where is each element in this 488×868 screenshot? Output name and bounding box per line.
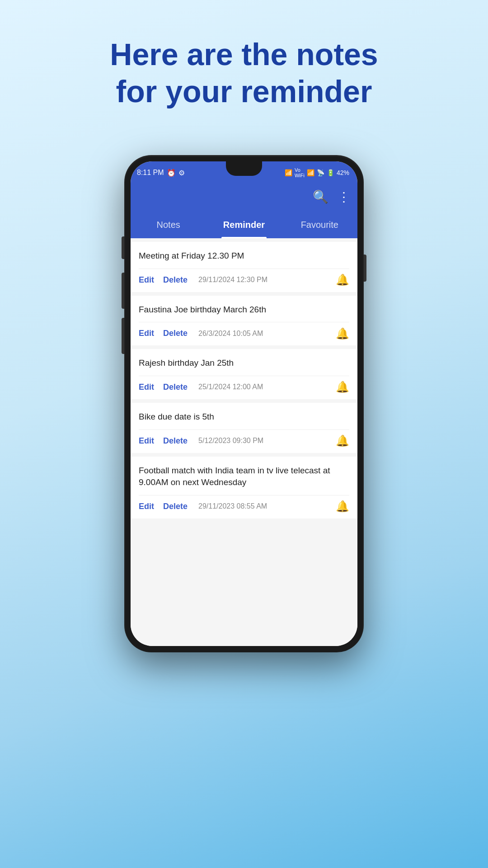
tab-bar: Notes Reminder Favourite	[131, 211, 357, 238]
reminder-title: Rajesh birthday Jan 25th	[139, 357, 349, 369]
volume-silent-button	[122, 236, 124, 259]
battery-icon: 🔋	[327, 169, 334, 176]
reminder-item: Bike due date is 5th Edit Delete 5/12/20…	[131, 403, 357, 453]
battery-percent: 42%	[337, 169, 349, 176]
delete-button[interactable]: Delete	[163, 327, 192, 340]
signal-icon: 📶	[285, 169, 292, 176]
edit-button[interactable]: Edit	[139, 500, 159, 513]
reminder-item: Rajesh birthday Jan 25th Edit Delete 25/…	[131, 349, 357, 399]
reminder-datetime: 29/11/2023 08:55 AM	[198, 502, 336, 510]
phone-mockup: 8:11 PM ⏰ ⚙ 📶 VoWiFi 📶 📡 🔋 42% 🔍 ⋮	[124, 155, 364, 652]
reminder-actions: Edit Delete 29/11/2023 08:55 AM 🔔	[139, 495, 349, 513]
status-time: 8:11 PM	[137, 169, 164, 177]
bell-icon: 🔔	[336, 274, 349, 286]
bell-icon: 🔔	[336, 500, 349, 513]
reminder-title: Bike due date is 5th	[139, 411, 349, 423]
reminder-title: Meeting at Friday 12.30 PM	[139, 250, 349, 262]
phone-notch	[226, 161, 262, 176]
bell-icon: 🔔	[336, 381, 349, 393]
reminder-datetime: 25/1/2024 12:00 AM	[198, 383, 336, 391]
edit-button[interactable]: Edit	[139, 274, 159, 287]
settings-status-icon: ⚙	[178, 169, 185, 177]
tab-favourite[interactable]: Favourite	[282, 211, 357, 238]
volume-up-button	[122, 273, 124, 309]
reminder-item: Football match with India team in tv liv…	[131, 457, 357, 519]
power-button	[364, 255, 366, 282]
wifi-icon: 📡	[317, 169, 324, 176]
tab-reminder[interactable]: Reminder	[206, 211, 282, 238]
reminder-actions: Edit Delete 26/3/2024 10:05 AM 🔔	[139, 322, 349, 340]
edit-button[interactable]: Edit	[139, 327, 159, 340]
search-icon[interactable]: 🔍	[313, 189, 328, 204]
more-options-icon[interactable]: ⋮	[338, 189, 350, 204]
reminder-datetime: 29/11/2024 12:30 PM	[198, 276, 336, 284]
page-title: Here are the notes for your reminder	[83, 36, 405, 110]
signal2-icon: 📶	[307, 169, 314, 176]
delete-button[interactable]: Delete	[163, 274, 192, 287]
reminder-title: Football match with India team in tv liv…	[139, 465, 349, 489]
delete-button[interactable]: Delete	[163, 434, 192, 448]
alarm-icon: ⏰	[167, 169, 176, 177]
delete-button[interactable]: Delete	[163, 381, 192, 394]
reminder-actions: Edit Delete 5/12/2023 09:30 PM 🔔	[139, 429, 349, 448]
volume-down-button	[122, 318, 124, 354]
reminders-list: Meeting at Friday 12.30 PM Edit Delete 2…	[131, 238, 357, 646]
reminder-datetime: 5/12/2023 09:30 PM	[198, 437, 336, 445]
reminder-actions: Edit Delete 29/11/2024 12:30 PM 🔔	[139, 269, 349, 287]
reminder-item: Meeting at Friday 12.30 PM Edit Delete 2…	[131, 242, 357, 292]
edit-button[interactable]: Edit	[139, 434, 159, 448]
reminder-item: Faustina Joe birthday March 26th Edit De…	[131, 296, 357, 346]
app-header: 🔍 ⋮	[131, 182, 357, 211]
edit-button[interactable]: Edit	[139, 381, 159, 394]
bell-icon: 🔔	[336, 327, 349, 340]
reminder-datetime: 26/3/2024 10:05 AM	[198, 330, 336, 338]
reminder-actions: Edit Delete 25/1/2024 12:00 AM 🔔	[139, 376, 349, 394]
tab-notes[interactable]: Notes	[131, 211, 206, 238]
delete-button[interactable]: Delete	[163, 500, 192, 513]
reminder-title: Faustina Joe birthday March 26th	[139, 304, 349, 316]
bell-icon: 🔔	[336, 434, 349, 447]
wifi-label: VoWiFi	[295, 167, 305, 178]
